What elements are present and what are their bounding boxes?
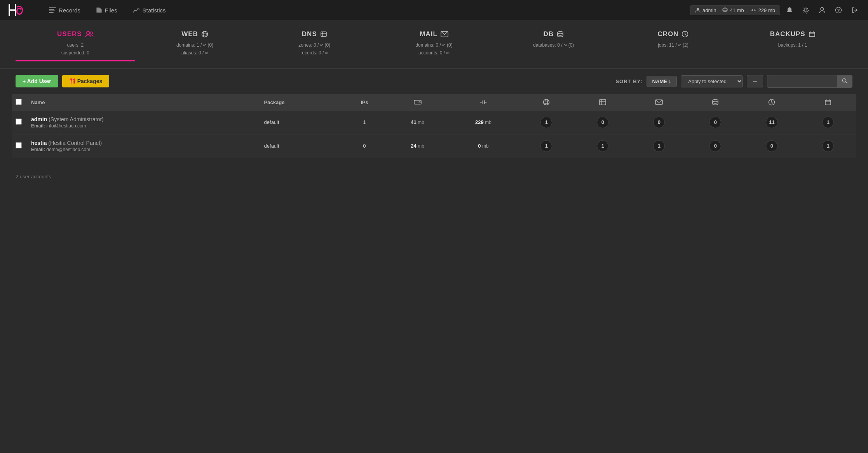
stat-mail-title: MAIL <box>420 30 448 38</box>
packages-label: 🎁 Packages <box>69 78 103 84</box>
add-user-button[interactable]: + Add User <box>16 75 58 87</box>
row-web-badge: 1 <box>540 140 552 152</box>
row-user-desc: (System Administrator) <box>49 116 104 122</box>
search-icon <box>842 78 847 84</box>
stat-dns[interactable]: DNS zones: 0 / ∞ (0) records: 0 / ∞ <box>254 27 374 61</box>
svg-point-22 <box>558 31 563 34</box>
users-table-wrap: Name Package IPs <box>0 94 868 158</box>
bandwidth-icon <box>479 100 487 105</box>
svg-rect-0 <box>49 7 56 8</box>
row-disk-val: 41 <box>411 119 416 125</box>
svg-rect-42 <box>825 100 831 105</box>
row-disk-unit: mb <box>418 143 424 149</box>
disk-header <box>387 94 448 111</box>
stat-cron-detail: jobs: 11 / ∞ (2) <box>658 41 688 49</box>
email-label: Email: <box>31 147 45 152</box>
stat-cron-title: CRON <box>657 30 688 38</box>
row-backup-badge: 1 <box>822 140 834 152</box>
stat-backups[interactable]: BACKUPS backups: 1 / 1 <box>733 27 852 61</box>
go-button[interactable]: → <box>747 75 763 87</box>
nav-files[interactable]: Files <box>88 0 125 20</box>
row-backup-cell: 1 <box>800 134 856 158</box>
select-all-checkbox[interactable] <box>16 99 22 105</box>
notifications-icon[interactable] <box>783 3 797 17</box>
stat-db-title: DB <box>543 30 564 38</box>
row-ips-cell: 1 <box>342 111 387 134</box>
settings-icon[interactable] <box>799 3 813 17</box>
row-mail-badge: 0 <box>653 117 665 128</box>
svg-point-31 <box>419 101 420 103</box>
cron-col-icon <box>768 99 775 106</box>
svg-point-5 <box>723 9 727 12</box>
table-header-row: Name Package IPs <box>12 94 856 111</box>
select-all-header <box>12 94 27 111</box>
backup-col-header <box>800 94 856 111</box>
logout-icon[interactable] <box>848 3 862 17</box>
nav-statistics[interactable]: Statistics <box>125 0 174 20</box>
svg-rect-36 <box>600 99 606 105</box>
svg-rect-18 <box>321 32 326 37</box>
row-web-cell: 1 <box>518 111 575 134</box>
row-select-cell <box>12 111 27 134</box>
row-bw-val: 229 <box>475 119 484 125</box>
row-disk-unit: mb <box>418 120 424 125</box>
row-disk-cell: 24 mb <box>387 134 448 158</box>
search-input[interactable] <box>767 76 837 87</box>
stat-users[interactable]: USERS users: 2 suspended: 0 <box>16 27 135 61</box>
stat-dns-detail: zones: 0 / ∞ (0) records: 0 / ∞ <box>298 41 330 57</box>
stat-backups-detail: backups: 1 / 1 <box>778 41 807 49</box>
web-col-icon <box>543 99 550 106</box>
stat-cron[interactable]: CRON jobs: 11 / ∞ (2) <box>614 27 733 61</box>
svg-rect-30 <box>414 100 421 104</box>
stat-web[interactable]: WEB domains: 1 / ∞ (0) aliases: 0 / ∞ <box>135 27 255 61</box>
row-cron-cell: 11 <box>744 111 800 134</box>
stat-users-title: USERS <box>57 30 94 38</box>
svg-rect-24 <box>809 32 815 37</box>
help-icon[interactable]: ? <box>831 3 845 17</box>
row-mail-badge: 1 <box>653 140 665 152</box>
bandwidth-header <box>448 94 518 111</box>
stat-db-detail: databases: 0 / ∞ (0) <box>533 41 574 49</box>
row-cron-badge: 11 <box>766 117 777 128</box>
svg-point-7 <box>805 9 807 11</box>
sort-name-button[interactable]: NAME ↕ <box>647 76 677 87</box>
row-web-badge: 1 <box>540 117 552 128</box>
row-mail-cell: 1 <box>631 134 687 158</box>
row-checkbox[interactable] <box>16 118 22 125</box>
svg-rect-1 <box>49 9 54 10</box>
search-wrap <box>767 75 852 88</box>
row-package-cell: default <box>260 134 342 158</box>
search-button[interactable] <box>837 75 852 87</box>
row-db-cell: 0 <box>687 111 744 134</box>
stat-web-detail: domains: 1 / ∞ (0) aliases: 0 / ∞ <box>176 41 213 57</box>
toolbar: + Add User 🎁 Packages SORT BY: NAME ↕ Ap… <box>0 69 868 94</box>
apply-select[interactable]: Apply to selected Suspend Unsuspend Dele… <box>681 75 743 87</box>
bandwidth-usage: 229 mb <box>758 7 775 13</box>
nav-records[interactable]: Records <box>41 0 88 20</box>
row-web-cell: 1 <box>518 134 575 158</box>
stat-mail[interactable]: MAIL domains: 0 / ∞ (0) accounts: 0 / ∞ <box>374 27 494 61</box>
profile-icon[interactable] <box>815 3 829 17</box>
stat-backups-title: BACKUPS <box>770 30 816 38</box>
cron-col-header <box>744 94 800 111</box>
svg-point-4 <box>697 8 699 10</box>
table-row: hestia (Hestia Control Panel) Email: dem… <box>12 134 856 158</box>
svg-point-14 <box>202 31 207 37</box>
disk-item: 41 mb <box>722 7 744 13</box>
sort-by-label: SORT BY: <box>615 78 642 84</box>
row-bw-unit: mb <box>485 120 492 125</box>
bandwidth-item: 229 mb <box>750 7 775 13</box>
table-row: admin (System Administrator) Email: info… <box>12 111 856 134</box>
row-checkbox[interactable] <box>16 142 22 148</box>
logo[interactable] <box>6 3 37 17</box>
packages-button[interactable]: 🎁 Packages <box>62 75 110 87</box>
row-username: admin (System Administrator) <box>31 116 256 122</box>
stats-bar: USERS users: 2 suspended: 0 WEB domains:… <box>0 20 868 69</box>
row-package-cell: default <box>260 111 342 134</box>
stat-db[interactable]: DB databases: 0 / ∞ (0) <box>494 27 614 61</box>
topnav-right: admin 41 mb 229 mb ? <box>690 3 862 17</box>
row-user-email: Email: info@hestiacp.com <box>31 123 256 129</box>
users-table: Name Package IPs <box>12 94 856 158</box>
svg-point-40 <box>713 99 718 102</box>
svg-point-32 <box>544 99 549 105</box>
